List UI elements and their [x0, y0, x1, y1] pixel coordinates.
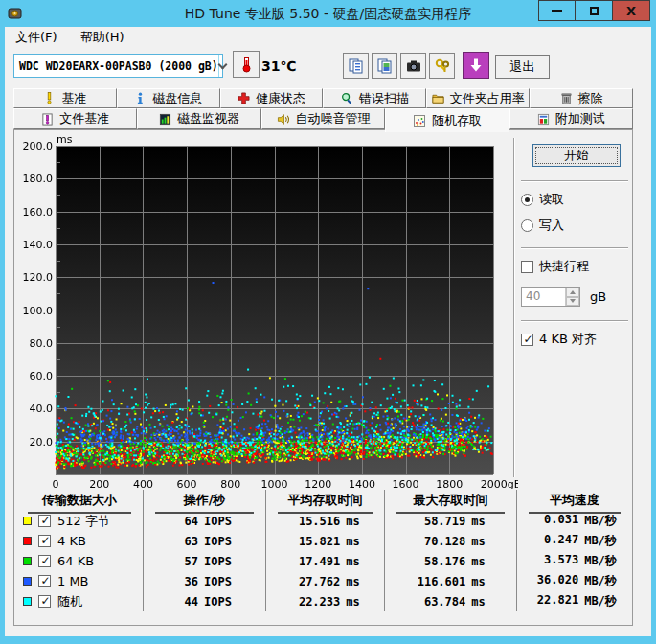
column-header: 平均存取时间	[265, 490, 384, 511]
tab-label: 磁盘监视器	[177, 110, 239, 127]
short-stroke-checkbox[interactable]: 快捷行程	[521, 258, 628, 275]
tab-error-scan[interactable]: 错误扫描	[323, 88, 426, 108]
series-label: 4 KB	[57, 534, 86, 548]
table-cell-avg: 17.491ms	[265, 551, 384, 571]
series-label: 随机	[57, 593, 82, 610]
tab-disk-info[interactable]: 磁盘信息	[117, 88, 220, 108]
series-checkbox[interactable]	[38, 595, 51, 608]
tab-label: 文件基准	[59, 110, 109, 127]
chevron-down-icon	[217, 59, 227, 69]
tab-folder-usage[interactable]: 文件夹占用率	[426, 88, 530, 108]
column-header: 传输数据大小	[16, 490, 143, 511]
arrow-up-icon	[570, 290, 576, 294]
table-cell-ops: 36IOPS	[143, 571, 265, 591]
screenshot-button[interactable]	[400, 53, 426, 79]
table-row-size: 64 KB	[16, 551, 143, 571]
write-radio-label: 写入	[539, 217, 564, 234]
magnifier-icon	[341, 92, 353, 104]
table-row-size: 随机	[16, 591, 143, 611]
close-icon: X	[626, 5, 636, 17]
series-checkbox[interactable]	[38, 535, 51, 547]
series-checkbox[interactable]	[38, 555, 51, 567]
tab-erase[interactable]: 擦除	[530, 88, 633, 108]
short-stroke-label: 快捷行程	[539, 258, 589, 275]
align-4kb-label: 4 KB 对齐	[539, 331, 597, 348]
table-cell-max: 70.128ms	[384, 531, 516, 551]
capacity-row: 40 gB	[521, 287, 628, 307]
tab-aam[interactable]: 自动噪音管理	[261, 108, 385, 129]
benchmark-icon	[43, 92, 56, 104]
copy-image-button[interactable]	[372, 53, 397, 79]
tab-file-benchmark[interactable]: 文件基准	[13, 108, 137, 129]
table-cell-speed: 36.020MB/秒	[516, 571, 632, 591]
series-color-swatch	[23, 537, 32, 545]
combo-arrow-box[interactable]	[218, 55, 226, 77]
maximize-button[interactable]	[576, 0, 613, 21]
table-cell-max: 63.784ms	[384, 591, 516, 611]
random-access-chart	[16, 134, 518, 489]
results-table: 传输数据大小 操作/秒 平均存取时间 最大存取时间 平均速度 512 字节 64…	[16, 490, 632, 624]
keys-icon	[434, 58, 451, 75]
thermometer-icon	[238, 56, 255, 73]
table-cell-ops: 63IOPS	[143, 531, 265, 551]
title-bar: HD Tune 专业版 5.50 - 硬盘/固态硬盘实用程序 X	[0, 0, 656, 27]
download-arrow-icon	[467, 57, 485, 74]
tab-extra-tests[interactable]: 附加测试	[509, 108, 633, 129]
read-radio-label: 读取	[539, 191, 564, 208]
table-cell-max: 116.601ms	[384, 571, 516, 591]
tab-random-access[interactable]: 随机存取	[385, 108, 509, 132]
series-color-swatch	[23, 577, 32, 586]
camera-icon	[405, 58, 422, 75]
tab-disk-monitor[interactable]: 磁盘监视器	[137, 108, 260, 129]
series-color-swatch	[23, 557, 32, 565]
menu-file[interactable]: 文件(F)	[13, 28, 59, 47]
table-row-size: 512 字节	[16, 511, 143, 531]
health-cross-icon	[238, 92, 250, 104]
separator	[521, 247, 628, 249]
tab-health[interactable]: 健康状态	[220, 88, 324, 108]
write-radio[interactable]: 写入	[521, 217, 628, 234]
read-radio[interactable]: 读取	[521, 191, 628, 208]
spin-up-button[interactable]	[566, 288, 579, 297]
menu-help[interactable]: 帮助(H)	[79, 28, 126, 47]
temperature-button[interactable]	[233, 51, 260, 78]
update-button[interactable]	[463, 52, 489, 79]
close-button[interactable]: X	[613, 0, 650, 21]
table-cell-max: 58.719ms	[384, 511, 516, 531]
tab-label: 附加测试	[555, 110, 605, 127]
start-button[interactable]: 开始	[532, 144, 621, 167]
tab-label: 文件夹占用率	[450, 90, 525, 107]
table-cell-avg: 15.821ms	[265, 531, 384, 551]
series-label: 1 MB	[57, 574, 89, 588]
tab-benchmark[interactable]: 基准	[13, 88, 117, 108]
toolbar: WDC WD20EARX-00PASB0 (2000 gB) 31℃	[5, 48, 651, 88]
table-cell-avg: 27.762ms	[265, 571, 384, 591]
table-cell-max: 58.176ms	[384, 551, 516, 571]
separator	[521, 180, 628, 182]
random-access-panel: 开始 读取 写入 快捷行程 40	[13, 129, 633, 626]
trash-icon	[560, 92, 573, 104]
align-4kb-checkbox[interactable]: 4 KB 对齐	[521, 331, 628, 348]
table-cell-ops: 64IOPS	[143, 511, 265, 531]
series-color-swatch	[23, 517, 32, 525]
series-checkbox[interactable]	[38, 515, 51, 527]
column-header: 平均速度	[516, 490, 632, 511]
series-label: 64 KB	[57, 554, 94, 568]
hdtune-window: HD Tune 专业版 5.50 - 硬盘/固态硬盘实用程序 X 文件(F) 帮…	[0, 0, 656, 644]
tab-label: 擦除	[578, 90, 603, 107]
tab-row-1: 基准 磁盘信息 健康状态 错误扫描	[13, 88, 633, 108]
harddisk-app-icon	[8, 6, 23, 21]
exit-button[interactable]: 退出	[495, 55, 550, 79]
separator	[521, 320, 628, 322]
options-button[interactable]	[429, 53, 455, 79]
spin-down-button[interactable]	[566, 297, 579, 307]
table-cell-speed: 22.821MB/秒	[516, 591, 632, 611]
capacity-input[interactable]: 40	[521, 287, 580, 307]
drive-selector[interactable]: WDC WD20EARX-00PASB0 (2000 gB)	[13, 54, 223, 78]
table-cell-ops: 57IOPS	[143, 551, 265, 571]
table-row-size: 4 KB	[16, 531, 143, 551]
test-controls: 开始 读取 写入 快捷行程 40	[521, 142, 628, 348]
copy-text-button[interactable]	[343, 53, 369, 79]
minimize-button[interactable]	[538, 0, 576, 21]
series-checkbox[interactable]	[38, 575, 51, 587]
